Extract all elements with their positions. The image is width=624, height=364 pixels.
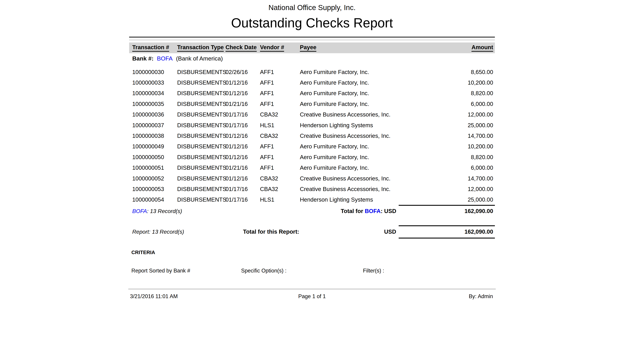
bank-code-link[interactable]: BOFA [132,208,147,214]
report-total-label: Total for this Report: [243,226,299,237]
cell-transaction-number: 1000000049 [132,143,177,150]
cell-amount: 6,000.00 [418,164,493,171]
criteria-heading: CRITERIA [131,250,155,255]
table-header-row: Transaction # Transaction Type Check Dat… [129,43,495,53]
cell-payee: Aero Furniture Factory, Inc. [300,154,418,160]
criteria-sorted-by: Report Sorted by Bank # [131,267,190,275]
table-row: 1000000051 DISBURSEMENTS 01/21/16 AFF1 A… [129,163,495,173]
report-total-currency: USD [384,226,396,237]
report-title: Outstanding Checks Report [129,14,495,31]
cell-vendor-number: CBA32 [260,133,300,139]
cell-vendor-number: AFF1 [260,90,300,97]
report-total-rule-top [399,225,495,226]
cell-check-date: 02/26/16 [226,69,260,75]
cell-payee: Henderson Lighting Systems [300,122,418,129]
table-row: 1000000030 DISBURSEMENTS 02/26/16 AFF1 A… [129,67,495,77]
column-header-amount[interactable]: Amount [418,44,493,52]
cell-amount: 14,700.00 [418,133,493,139]
cell-vendor-number: HLS1 [260,122,300,129]
cell-transaction-number: 1000000036 [132,111,177,118]
cell-transaction-type: DISBURSEMENTS [177,122,226,129]
table-row: 1000000037 DISBURSEMENTS 01/17/16 HLS1 H… [129,120,495,130]
table-row: 1000000049 DISBURSEMENTS 01/12/16 AFF1 A… [129,141,495,152]
bank-record-count: BOFA: 13 Record(s) [132,206,182,216]
cell-payee: Henderson Lighting Systems [300,196,418,203]
cell-transaction-number: 1000000037 [132,122,177,129]
cell-vendor-number: HLS1 [260,196,300,203]
cell-check-date: 01/12/16 [226,90,260,97]
cell-transaction-number: 1000000053 [132,186,177,192]
title-rule-light [129,40,495,40]
criteria-filters: Filter(s) : [363,267,384,275]
footer-row: 3/21/2016 11:01 AM Page 1 of 1 By: Admin [129,293,495,300]
cell-check-date: 01/17/16 [226,122,260,129]
cell-transaction-type: DISBURSEMENTS [177,90,226,97]
cell-amount: 10,200.00 [418,143,493,150]
cell-check-date: 01/12/16 [226,154,260,160]
cell-amount: 12,000.00 [418,111,493,118]
cell-amount: 8,820.00 [418,90,493,97]
cell-payee: Creative Business Accessories, Inc. [300,133,418,139]
bank-code-link[interactable]: BOFA [365,208,381,214]
cell-transaction-type: DISBURSEMENTS [177,164,226,171]
cell-amount: 25,000.00 [418,196,493,203]
table-rows: 1000000030 DISBURSEMENTS 02/26/16 AFF1 A… [129,67,495,205]
cell-transaction-type: DISBURSEMENTS [177,154,226,160]
column-header-payee[interactable]: Payee [300,44,418,52]
cell-check-date: 01/17/16 [226,196,260,203]
cell-payee: Aero Furniture Factory, Inc. [300,164,418,171]
cell-payee: Aero Furniture Factory, Inc. [300,101,418,107]
report-total-amount: 162,090.00 [465,226,493,237]
cell-amount: 14,700.00 [418,175,493,182]
cell-check-date: 01/17/16 [226,111,260,118]
cell-check-date: 01/21/16 [226,101,260,107]
bank-code-link[interactable]: BOFA [157,55,173,62]
cell-vendor-number: CBA32 [260,111,300,118]
title-rule-dark [129,37,495,38]
cell-amount: 25,000.00 [418,122,493,129]
cell-transaction-type: DISBURSEMENTS [177,79,226,86]
column-header-vendor-number[interactable]: Vendor # [260,44,300,52]
cell-payee: Creative Business Accessories, Inc. [300,175,418,182]
cell-transaction-number: 1000000054 [132,196,177,203]
company-name: National Office Supply, Inc. [129,3,495,12]
cell-vendor-number: CBA32 [260,175,300,182]
cell-payee: Aero Furniture Factory, Inc. [300,90,418,97]
cell-transaction-number: 1000000035 [132,101,177,107]
column-header-check-date[interactable]: Check Date [226,44,260,52]
bank-total-amount: 162,090.00 [465,206,493,216]
cell-transaction-number: 1000000052 [132,175,177,182]
cell-transaction-type: DISBURSEMENTS [177,133,226,139]
cell-amount: 6,000.00 [418,101,493,107]
footer-printed-by: By: Admin [469,293,493,300]
cell-amount: 8,820.00 [418,154,493,160]
criteria-specific-options: Specific Option(s) : [241,267,286,275]
table-row: 1000000050 DISBURSEMENTS 01/12/16 AFF1 A… [129,152,495,162]
footer-page-number: Page 1 of 1 [129,293,495,300]
table-row: 1000000033 DISBURSEMENTS 01/12/16 AFF1 A… [129,77,495,88]
footer-rule [128,289,496,289]
cell-transaction-type: DISBURSEMENTS [177,143,226,150]
cell-payee: Creative Business Accessories, Inc. [300,186,418,192]
cell-amount: 12,000.00 [418,186,493,192]
cell-vendor-number: AFF1 [260,69,300,75]
cell-check-date: 01/12/16 [226,79,260,86]
cell-transaction-number: 1000000051 [132,164,177,171]
cell-transaction-number: 1000000033 [132,79,177,86]
cell-transaction-number: 1000000038 [132,133,177,139]
cell-transaction-type: DISBURSEMENTS [177,196,226,203]
column-header-transaction-number[interactable]: Transaction # [132,44,177,52]
bank-name: (Bank of America) [176,55,223,62]
bank-total-rule [399,205,495,206]
table-row: 1000000053 DISBURSEMENTS 01/17/16 CBA32 … [129,184,495,194]
report-record-count: Report: 13 Record(s) [132,226,184,237]
column-header-transaction-type[interactable]: Transaction Type [177,44,226,52]
cell-check-date: 01/12/16 [226,175,260,182]
cell-payee: Aero Furniture Factory, Inc. [300,143,418,150]
table-row: 1000000054 DISBURSEMENTS 01/17/16 HLS1 H… [129,194,495,205]
bank-number-label: Bank #: [132,55,154,62]
cell-transaction-type: DISBURSEMENTS [177,69,226,75]
cell-vendor-number: AFF1 [260,154,300,160]
bank-group-header: Bank #: BOFA (Bank of America) [132,54,223,63]
bank-total-label: Total for BOFA: USD [341,206,396,216]
